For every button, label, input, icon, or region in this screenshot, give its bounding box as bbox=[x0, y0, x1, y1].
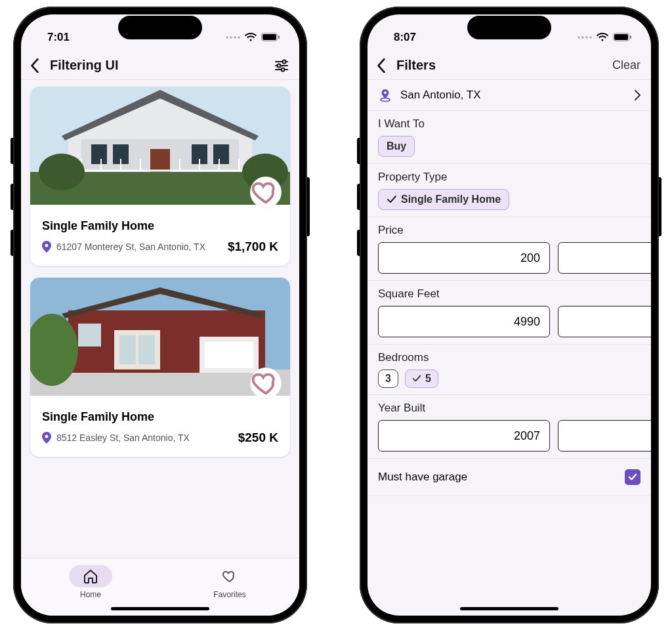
chevron-right-icon bbox=[634, 90, 640, 100]
chip-buy[interactable]: Buy bbox=[378, 136, 415, 157]
cellular-dots-icon bbox=[226, 36, 240, 39]
screen-filters: 8:07 Filters Clear bbox=[368, 14, 651, 616]
listing-photo bbox=[30, 278, 290, 396]
section-label: Price bbox=[378, 224, 640, 237]
heart-icon bbox=[251, 368, 281, 398]
section-year-built: Year Built bbox=[368, 395, 651, 459]
section-label: Square Feet bbox=[378, 287, 640, 301]
svg-point-8 bbox=[282, 68, 285, 71]
screen-listing: 7:01 Filtering UI bbox=[21, 14, 299, 616]
listing-card[interactable]: Single Family Home 8512 Easley St, San A… bbox=[30, 278, 290, 457]
svg-rect-35 bbox=[205, 342, 253, 368]
heart-icon bbox=[222, 568, 238, 584]
svg-rect-14 bbox=[150, 149, 170, 172]
location-row[interactable]: San Antonio, TX bbox=[368, 80, 651, 111]
battery-icon bbox=[261, 33, 280, 42]
price-max-input[interactable] bbox=[558, 242, 651, 274]
tab-home-label: Home bbox=[80, 590, 101, 599]
sqft-max-input[interactable] bbox=[558, 306, 651, 337]
svg-point-28 bbox=[39, 154, 85, 190]
section-i-want-to: I Want To Buy bbox=[368, 111, 651, 164]
tab-home[interactable]: Home bbox=[21, 565, 160, 599]
svg-rect-43 bbox=[630, 35, 631, 39]
listing-price: $1,700 K bbox=[228, 240, 278, 254]
clear-button[interactable]: Clear bbox=[612, 58, 640, 72]
section-garage[interactable]: Must have garage bbox=[368, 459, 651, 496]
pin-icon bbox=[42, 432, 51, 444]
section-bedrooms: Bedrooms 3 5 bbox=[368, 345, 651, 395]
svg-point-44 bbox=[381, 98, 390, 102]
check-icon bbox=[627, 472, 638, 482]
home-indicator bbox=[460, 607, 558, 610]
listing-address: 8512 Easley St, San Antonio, TX bbox=[56, 432, 190, 443]
chip-property-type[interactable]: Single Family Home bbox=[378, 189, 509, 210]
chip-bedrooms-5[interactable]: 5 bbox=[405, 369, 438, 388]
svg-rect-15 bbox=[91, 144, 107, 164]
filters-icon[interactable] bbox=[274, 58, 289, 73]
location-value: San Antonio, TX bbox=[400, 89, 626, 102]
tab-favorites-label: Favorites bbox=[213, 590, 245, 599]
chip-bedrooms-5-label: 5 bbox=[425, 373, 431, 385]
check-icon bbox=[412, 374, 421, 383]
sqft-min-input[interactable] bbox=[378, 306, 550, 337]
year-max-input[interactable] bbox=[558, 420, 651, 452]
battery-icon bbox=[613, 33, 631, 42]
svg-rect-18 bbox=[213, 144, 229, 164]
wifi-icon bbox=[596, 33, 609, 42]
garage-checkbox[interactable] bbox=[625, 469, 640, 485]
section-label: Property Type bbox=[378, 171, 640, 184]
section-label: Year Built bbox=[378, 402, 640, 415]
svg-point-4 bbox=[283, 60, 286, 63]
heart-icon bbox=[251, 177, 281, 207]
page-title: Filtering UI bbox=[50, 58, 118, 73]
phone-frame-right: 8:07 Filters Clear bbox=[360, 7, 659, 623]
section-property-type: Property Type Single Family Home bbox=[368, 164, 651, 217]
status-icons bbox=[226, 33, 280, 42]
navbar: Filters Clear bbox=[368, 53, 651, 80]
listing-address-row: 61207 Monterey St, San Antonio, TX bbox=[42, 241, 205, 253]
garage-label: Must have garage bbox=[378, 471, 467, 484]
year-min-input[interactable] bbox=[378, 420, 550, 452]
listing-address-row: 8512 Easley St, San Antonio, TX bbox=[42, 432, 190, 444]
svg-point-6 bbox=[278, 64, 281, 67]
status-time: 8:07 bbox=[394, 31, 416, 44]
pin-icon bbox=[42, 241, 51, 253]
dynamic-island bbox=[467, 16, 551, 39]
section-sqft: Square Feet bbox=[368, 281, 651, 345]
svg-rect-37 bbox=[119, 335, 136, 364]
wifi-icon bbox=[244, 33, 257, 42]
favorite-button[interactable] bbox=[251, 177, 281, 207]
back-icon[interactable] bbox=[375, 58, 387, 73]
listing-content[interactable]: Single Family Home 61207 Monterey St, Sa… bbox=[21, 80, 299, 558]
chip-property-type-label: Single Family Home bbox=[401, 194, 501, 205]
price-min-input[interactable] bbox=[378, 242, 550, 274]
svg-rect-39 bbox=[78, 324, 101, 347]
check-icon bbox=[387, 194, 397, 205]
page-title: Filters bbox=[396, 58, 436, 73]
location-pin-icon bbox=[378, 88, 392, 102]
svg-rect-1 bbox=[262, 34, 276, 40]
listing-price: $250 K bbox=[238, 431, 278, 445]
svg-rect-38 bbox=[138, 335, 155, 364]
favorite-button[interactable] bbox=[251, 368, 281, 398]
svg-rect-42 bbox=[614, 34, 628, 40]
back-icon[interactable] bbox=[29, 58, 41, 73]
section-price: Price bbox=[368, 217, 651, 281]
home-icon bbox=[83, 568, 98, 584]
listing-card[interactable]: Single Family Home 61207 Monterey St, Sa… bbox=[30, 87, 290, 266]
phone-frame-left: 7:01 Filtering UI bbox=[13, 7, 307, 623]
svg-rect-2 bbox=[278, 35, 280, 39]
dynamic-island bbox=[118, 16, 202, 39]
listing-type: Single Family Home bbox=[42, 219, 278, 233]
listing-type: Single Family Home bbox=[42, 410, 278, 424]
listing-photo bbox=[30, 87, 290, 205]
listing-address: 61207 Monterey St, San Antonio, TX bbox=[56, 242, 205, 252]
section-label: I Want To bbox=[378, 117, 640, 131]
status-time: 7:01 bbox=[47, 31, 70, 44]
tab-favorites[interactable]: Favorites bbox=[160, 565, 299, 599]
cellular-dots-icon bbox=[578, 36, 592, 39]
filters-content[interactable]: San Antonio, TX I Want To Buy Property T… bbox=[368, 80, 651, 616]
section-label: Bedrooms bbox=[378, 351, 640, 364]
home-indicator bbox=[111, 607, 209, 610]
chip-bedrooms-3[interactable]: 3 bbox=[378, 369, 398, 388]
